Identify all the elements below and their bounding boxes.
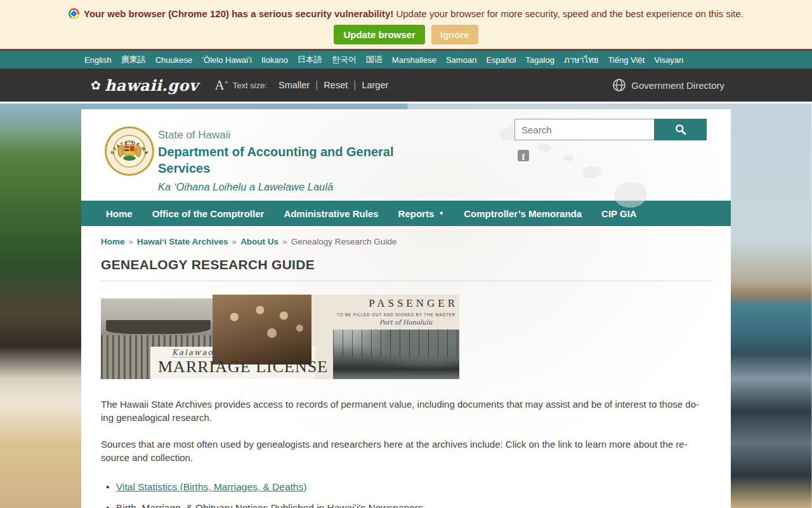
text-size-reset[interactable]: Reset — [324, 80, 348, 90]
genealogy-collage-image: PASSENGER TO BE FILLED OUT AND SIGNED BY… — [101, 295, 459, 379]
breadcrumb: Home » Hawaiʻi State Archives » About Us… — [101, 237, 711, 246]
language-link-spanish[interactable]: Español — [486, 55, 516, 65]
language-link-vietnamese[interactable]: Tiếng Việt — [608, 55, 645, 65]
language-bar: English 廣東話 Chuukese ʻŌlelo Hawaiʻi Ilok… — [0, 51, 812, 69]
breadcrumb-about-us[interactable]: About Us — [240, 237, 278, 246]
resource-list: Vital Statistics (Births, Marriages, & D… — [101, 481, 711, 508]
browser-update-banner: Your web browser (Chrome 120) has a seri… — [0, 0, 812, 51]
breadcrumb-separator: » — [282, 237, 287, 246]
ignore-button[interactable]: Ignore — [431, 25, 478, 44]
language-link-hawaiian[interactable]: ʻŌlelo Hawaiʻi — [202, 55, 252, 65]
nav-office-of-the-comptroller[interactable]: Office of the Comptroller — [152, 208, 265, 219]
nav-comptrollers-memoranda[interactable]: Comptroller’s Memoranda — [464, 208, 582, 219]
hibiscus-icon: ✿ — [91, 79, 101, 91]
chrome-browser-icon — [69, 8, 79, 19]
state-of-hawaii-seal: STATE OF HAWAII 1959 — [104, 126, 155, 177]
text-size-label: Text size: — [233, 81, 267, 90]
language-link-chuukese[interactable]: Chuukese — [155, 55, 193, 65]
nav-home[interactable]: Home — [106, 208, 133, 219]
site-search — [514, 119, 707, 140]
breadcrumb-separator: » — [129, 237, 134, 246]
hawaii-gov-logo[interactable]: ✿ hawaii.gov — [91, 76, 198, 95]
breadcrumb-separator: » — [232, 237, 237, 246]
newspaper-notices-text: Birth, Marriage, & Obituary Notices Publ… — [116, 502, 423, 508]
nav-administrative-rules[interactable]: Administrative Rules — [284, 208, 378, 219]
breadcrumb-home[interactable]: Home — [101, 237, 125, 246]
magnifier-icon — [675, 124, 686, 135]
language-link-tagalog[interactable]: Tagalog — [525, 55, 554, 65]
marriage-license-title: MARRIAGE LICENSE — [158, 358, 328, 377]
text-size-smaller[interactable]: Smaller — [278, 80, 310, 90]
separator: | — [353, 79, 356, 91]
government-directory-link[interactable]: Government Directory — [631, 80, 724, 91]
kalawao-handwriting: Kalawao — [172, 348, 214, 358]
search-button[interactable] — [654, 119, 707, 140]
vital-statistics-link[interactable]: Vital Statistics (Births, Marriages, & D… — [116, 481, 306, 492]
language-link-thai[interactable]: ภาษาไทย — [564, 53, 598, 67]
banner-message: Your web browser (Chrome 120) has a seri… — [84, 8, 743, 19]
page-title: GENEALOGY RESEARCH GUIDE — [101, 257, 711, 272]
list-item: Birth, Marriage, & Obituary Notices Publ… — [101, 502, 711, 508]
globe-icon — [612, 78, 626, 92]
breadcrumb-state-archives[interactable]: Hawaiʻi State Archives — [137, 237, 228, 246]
family-portrait-photo — [213, 295, 311, 364]
agency-parent-label: State of Hawaii — [158, 129, 424, 142]
language-link-korean[interactable]: 한국어 — [332, 54, 357, 65]
language-link-cantonese[interactable]: 廣東話 — [121, 54, 146, 65]
passenger-document-title: PASSENGER — [308, 297, 459, 310]
utility-bar: ✿ hawaii.gov A+ Text size: Smaller | Res… — [0, 69, 812, 102]
content-panel: STATE OF HAWAII 1959 State of Hawaii Dep… — [81, 109, 731, 508]
site-header: STATE OF HAWAII 1959 State of Hawaii Dep… — [81, 109, 731, 201]
language-link-marshallese[interactable]: Marshallese — [392, 55, 436, 65]
language-link-english[interactable]: English — [84, 55, 112, 65]
intro-paragraph: The Hawaii State Archives provides acces… — [101, 398, 711, 424]
language-link-samoan[interactable]: Samoan — [446, 55, 476, 65]
list-item: Vital Statistics (Births, Marriages, & D… — [101, 481, 711, 493]
agency-name: Department of Accounting and General Ser… — [158, 144, 418, 177]
passenger-document-subtitle: TO BE FILLED OUT AND SIGNED BY THE MASTE… — [308, 312, 459, 317]
separator: | — [315, 79, 318, 91]
update-browser-button[interactable]: Update browser — [334, 25, 424, 44]
hawaii-gov-logo-text: hawaii.gov — [105, 76, 199, 95]
text-size-larger[interactable]: Larger — [362, 80, 388, 90]
sources-paragraph: Sources that are most often used by gene… — [101, 438, 711, 464]
nav-reports[interactable]: Reports▼ — [398, 208, 445, 219]
search-input[interactable] — [514, 119, 654, 140]
language-link-visayan[interactable]: Visayan — [654, 55, 683, 65]
language-link-ilokano[interactable]: Ilokano — [261, 55, 288, 65]
language-link-japanese[interactable]: 日本語 — [298, 54, 322, 65]
harbor-ships-photo — [333, 330, 459, 379]
title-divider — [101, 281, 711, 281]
main-navigation: Home Office of the Comptroller Administr… — [81, 201, 731, 226]
breadcrumb-current-page: Genealogy Research Guide — [291, 237, 397, 246]
agency-hawaiian-tagline: Ka ʻOihana Loihelu a Lawelawe Laulā — [158, 181, 424, 193]
passenger-port-handwriting: Port of Honolulu — [308, 319, 459, 326]
language-link-mandarin[interactable]: 国语 — [366, 54, 383, 65]
svg-text:1959: 1959 — [126, 140, 133, 144]
facebook-icon[interactable]: f — [518, 150, 529, 161]
nav-cip-gia[interactable]: CIP GIA — [601, 208, 637, 219]
text-size-icon: A+ — [214, 77, 228, 93]
chevron-down-icon: ▼ — [438, 210, 444, 217]
